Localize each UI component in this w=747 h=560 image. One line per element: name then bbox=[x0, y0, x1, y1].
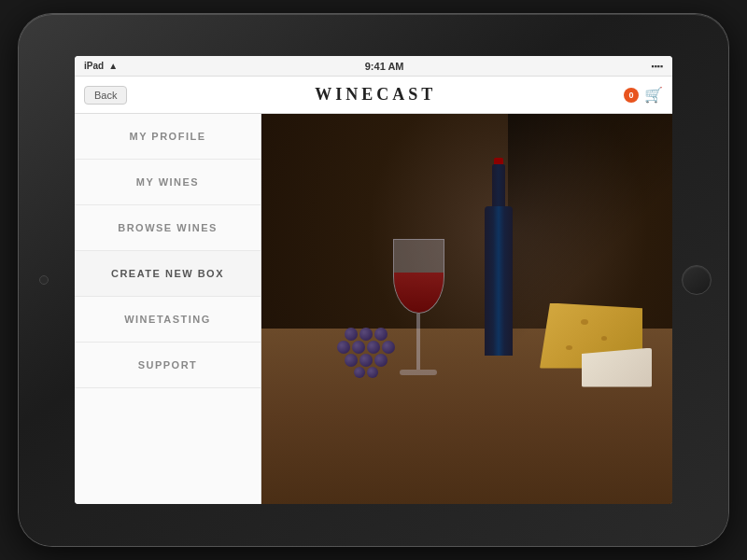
grapes bbox=[335, 328, 401, 379]
grape bbox=[367, 367, 378, 378]
glass-wine bbox=[394, 273, 444, 313]
back-button[interactable]: Back bbox=[84, 86, 127, 105]
header-bar: Back WINECAST 0 🛒 bbox=[75, 77, 672, 114]
grape bbox=[352, 341, 365, 354]
wine-bottle bbox=[481, 169, 516, 356]
ipad-label: iPad bbox=[84, 61, 104, 71]
grape bbox=[345, 328, 358, 341]
sidebar-item-winetasting[interactable]: WINETASTING bbox=[75, 297, 261, 343]
grape bbox=[359, 354, 373, 367]
sidebar-item-browse-wines[interactable]: BROWSE WINES bbox=[75, 205, 261, 251]
header-icons: 0 🛒 bbox=[624, 86, 663, 104]
status-right: ▪▪▪▪ bbox=[651, 62, 663, 71]
grape bbox=[337, 341, 350, 354]
grape bbox=[359, 328, 373, 341]
glass-bowl bbox=[393, 239, 444, 314]
status-bar: iPad ▲ 9:41 AM ▪▪▪▪ bbox=[75, 56, 672, 77]
grape bbox=[367, 341, 380, 354]
grape bbox=[374, 354, 388, 367]
ipad-device: iPad ▲ 9:41 AM ▪▪▪▪ Back WINECAST 0 🛒 MY… bbox=[19, 14, 728, 546]
app-title: WINECAST bbox=[315, 85, 436, 105]
sidebar-item-support[interactable]: SUPPORT bbox=[75, 343, 261, 388]
cart-count-badge: 0 bbox=[624, 88, 639, 103]
sidebar-item-my-wines[interactable]: MY WINES bbox=[75, 160, 261, 205]
battery-icon: ▪▪▪▪ bbox=[651, 62, 663, 71]
bottle-body bbox=[485, 206, 513, 356]
grape-cluster bbox=[335, 328, 401, 379]
grape bbox=[382, 341, 395, 354]
sidebar-menu: MY PROFILE MY WINES BROWSE WINES CREATE … bbox=[75, 114, 261, 504]
cart-icon[interactable]: 🛒 bbox=[644, 86, 663, 104]
sidebar-item-my-profile[interactable]: MY PROFILE bbox=[75, 114, 261, 160]
status-left: iPad ▲ bbox=[84, 61, 118, 71]
sidebar-item-create-new-box[interactable]: CREATE NEW BOX bbox=[75, 251, 261, 297]
glass-base bbox=[400, 370, 437, 375]
hero-image-area bbox=[261, 114, 672, 504]
status-time: 9:41 AM bbox=[365, 61, 404, 72]
grape bbox=[345, 354, 358, 367]
grape bbox=[354, 367, 365, 378]
cheese-wedge bbox=[540, 303, 652, 387]
wine-scene bbox=[261, 114, 672, 504]
wifi-icon: ▲ bbox=[108, 61, 118, 71]
glass-stem bbox=[416, 314, 420, 370]
bottle-neck bbox=[492, 164, 505, 211]
grape bbox=[374, 328, 388, 341]
screen: iPad ▲ 9:41 AM ▪▪▪▪ Back WINECAST 0 🛒 MY… bbox=[75, 56, 672, 504]
main-content: MY PROFILE MY WINES BROWSE WINES CREATE … bbox=[75, 114, 672, 504]
cheese-soft bbox=[582, 348, 652, 387]
